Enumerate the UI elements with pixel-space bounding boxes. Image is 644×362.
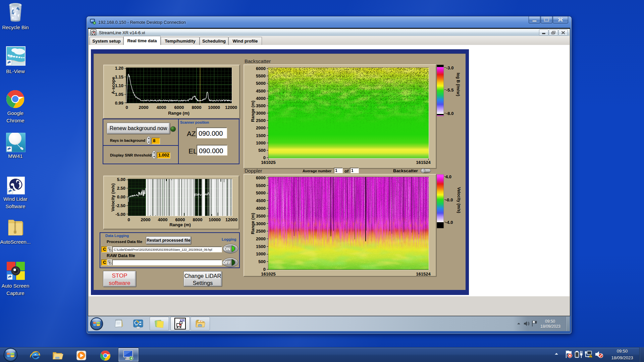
- svg-text:ON: ON: [224, 246, 230, 251]
- svg-text:OFF: OFF: [223, 260, 231, 265]
